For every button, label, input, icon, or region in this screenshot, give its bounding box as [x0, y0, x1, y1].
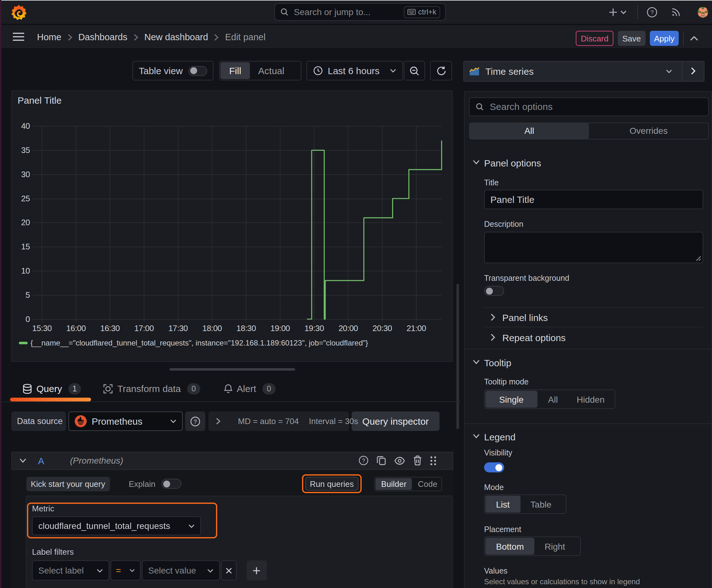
svg-text:{__name__="cloudflared_tunnel_: {__name__="cloudflared_tunnel_total_requ…: [30, 339, 368, 347]
svg-text:20: 20: [21, 218, 30, 227]
svg-text:16:30: 16:30: [100, 323, 120, 333]
svg-text:19:00: 19:00: [270, 323, 290, 333]
svg-text:Panel Title: Panel Title: [18, 95, 62, 106]
svg-text:?: ?: [650, 9, 654, 16]
svg-text:0: 0: [25, 314, 30, 324]
svg-text:5: 5: [25, 290, 30, 300]
svg-text:35: 35: [21, 145, 30, 155]
svg-text:21:00: 21:00: [407, 323, 426, 333]
svg-text:15: 15: [21, 242, 30, 251]
svg-text:15:30: 15:30: [33, 323, 52, 333]
svg-text:20:30: 20:30: [373, 323, 392, 333]
svg-text:18:30: 18:30: [236, 323, 256, 333]
svg-text:25: 25: [21, 194, 30, 203]
svg-text:?: ?: [362, 458, 365, 464]
svg-text:18:00: 18:00: [202, 323, 222, 333]
svg-text:17:30: 17:30: [168, 323, 188, 333]
svg-text:40: 40: [21, 121, 30, 131]
svg-text:20:00: 20:00: [339, 323, 358, 333]
svg-text:?: ?: [194, 418, 197, 425]
svg-text:30: 30: [21, 170, 30, 179]
svg-text:19:30: 19:30: [304, 323, 324, 333]
svg-text:10: 10: [21, 266, 30, 275]
svg-text:16:00: 16:00: [66, 323, 86, 333]
svg-text:17:00: 17:00: [134, 323, 154, 333]
